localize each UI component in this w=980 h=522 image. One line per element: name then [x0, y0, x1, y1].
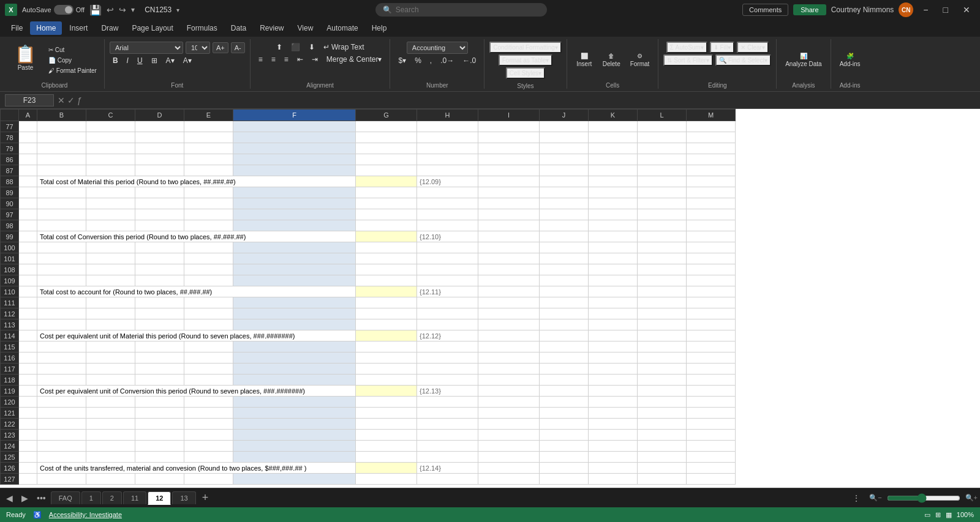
cell[interactable] — [86, 209, 135, 220]
cell[interactable] — [417, 319, 478, 330]
cell[interactable] — [233, 209, 356, 220]
empty-cell[interactable] — [540, 330, 589, 341]
cell[interactable] — [356, 364, 417, 375]
cell[interactable] — [233, 375, 356, 386]
cell[interactable] — [356, 187, 417, 198]
cell[interactable] — [417, 154, 478, 165]
cell[interactable] — [417, 264, 478, 275]
cell[interactable] — [37, 198, 86, 209]
cell[interactable] — [184, 397, 233, 408]
cell[interactable] — [589, 430, 638, 441]
cell[interactable] — [233, 474, 356, 485]
cell[interactable] — [638, 220, 687, 231]
cell[interactable] — [37, 143, 86, 154]
cell[interactable] — [540, 264, 589, 275]
cell[interactable] — [86, 143, 135, 154]
border-button[interactable]: ⊞ — [148, 55, 160, 66]
cell[interactable] — [233, 132, 356, 143]
cell[interactable] — [19, 375, 37, 386]
format-as-table-button[interactable]: Format as Table▾ — [499, 54, 553, 66]
cell[interactable] — [356, 275, 417, 286]
empty-cell[interactable] — [638, 176, 687, 187]
sort-filter-button[interactable]: ⇅ Sort & Filter▾ — [663, 54, 713, 66]
copy-button[interactable]: 📄 Copy — [46, 56, 99, 65]
empty-cell[interactable] — [589, 286, 638, 297]
cell[interactable] — [540, 308, 589, 319]
empty-cell[interactable] — [638, 463, 687, 474]
cell[interactable] — [417, 297, 478, 308]
cell[interactable] — [540, 397, 589, 408]
cell[interactable] — [687, 253, 736, 264]
zoom-in-icon[interactable]: 🔍+ — [965, 494, 978, 502]
cell[interactable] — [19, 419, 37, 430]
cell[interactable] — [184, 430, 233, 441]
cell[interactable] — [86, 253, 135, 264]
cell[interactable] — [86, 364, 135, 375]
cell[interactable] — [37, 264, 86, 275]
merge-center-button[interactable]: Merge & Center▾ — [323, 54, 385, 65]
cell[interactable] — [86, 319, 135, 330]
cell[interactable] — [638, 242, 687, 253]
menu-help[interactable]: Help — [366, 21, 393, 35]
cell[interactable] — [687, 264, 736, 275]
cell[interactable] — [86, 264, 135, 275]
page-layout-icon[interactable]: ⊞ — [935, 511, 941, 519]
cell[interactable] — [19, 364, 37, 375]
formula-cancel-icon[interactable]: ✕ — [58, 95, 65, 105]
empty-cell[interactable] — [687, 231, 736, 242]
label-cell[interactable]: Cost per equivalent unit of Conversion t… — [37, 386, 356, 397]
cell[interactable] — [356, 143, 417, 154]
cell[interactable] — [638, 297, 687, 308]
menu-draw[interactable]: Draw — [95, 21, 124, 35]
cell[interactable] — [184, 452, 233, 463]
cell[interactable] — [478, 275, 540, 286]
cell[interactable] — [417, 198, 478, 209]
grid-container[interactable]: A B C D E F G H I J K L M 777879868788To… — [0, 109, 980, 488]
decrease-decimal-button[interactable]: .0→ — [437, 55, 457, 66]
sheet-tab-faq[interactable]: FAQ — [51, 491, 80, 504]
cell[interactable] — [135, 375, 184, 386]
sheet-tab-11[interactable]: 11 — [123, 491, 146, 504]
cell[interactable] — [37, 430, 86, 441]
cell[interactable] — [233, 264, 356, 275]
cell[interactable] — [356, 352, 417, 364]
tab-more-button[interactable]: ••• — [33, 491, 50, 505]
cell[interactable] — [687, 297, 736, 308]
font-size-select[interactable]: 10 — [186, 42, 210, 54]
cell[interactable] — [233, 308, 356, 319]
cell[interactable] — [478, 154, 540, 165]
format-button[interactable]: ⚙ Format — [627, 50, 654, 70]
cell[interactable] — [589, 121, 638, 132]
menu-pagelayout[interactable]: Page Layout — [126, 21, 179, 35]
cell[interactable] — [19, 452, 37, 463]
cell[interactable] — [135, 143, 184, 154]
cell[interactable] — [687, 364, 736, 375]
cell[interactable] — [37, 242, 86, 253]
cell[interactable] — [638, 253, 687, 264]
cell[interactable] — [417, 419, 478, 430]
cell[interactable] — [540, 275, 589, 286]
sheet-tab-12[interactable]: 12 — [148, 491, 171, 505]
answer-cell[interactable] — [356, 463, 417, 474]
analyze-data-button[interactable]: 📊 Analyze Data — [782, 50, 825, 70]
cell[interactable] — [478, 341, 540, 352]
cell[interactable] — [86, 308, 135, 319]
cell[interactable] — [86, 452, 135, 463]
cell[interactable] — [135, 264, 184, 275]
cell[interactable] — [135, 308, 184, 319]
cell[interactable] — [184, 209, 233, 220]
cell[interactable] — [417, 408, 478, 419]
cell[interactable] — [589, 154, 638, 165]
cell[interactable] — [184, 198, 233, 209]
cell[interactable] — [417, 452, 478, 463]
cell[interactable] — [589, 275, 638, 286]
cell[interactable] — [86, 198, 135, 209]
cell[interactable] — [417, 143, 478, 154]
align-center-button[interactable]: ≡ — [268, 54, 279, 65]
cell[interactable] — [233, 364, 356, 375]
empty-cell[interactable] — [478, 176, 540, 187]
empty-cell[interactable] — [478, 386, 540, 397]
cell[interactable] — [135, 397, 184, 408]
cell[interactable] — [135, 121, 184, 132]
cell[interactable] — [184, 297, 233, 308]
